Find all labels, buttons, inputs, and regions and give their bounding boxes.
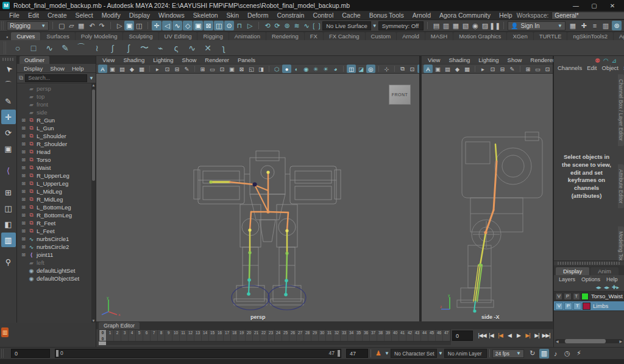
shelf-tab-ngskintools2[interactable]: ngSkinTools2	[567, 32, 613, 40]
time-tick-43[interactable]: 43	[414, 330, 421, 341]
expand-icon[interactable]: ⊞	[21, 117, 26, 123]
time-tick-26[interactable]: 26	[289, 330, 297, 341]
minimize-button[interactable]: —	[567, 0, 585, 11]
chevron-down-icon[interactable]: ▼	[372, 23, 377, 29]
layer-toggle-p[interactable]: P	[564, 293, 571, 300]
make-live-icon[interactable]: ⊠	[204, 21, 213, 30]
outliner-item-l-bottomleg[interactable]: ⊞⧉L_BottomLeg	[17, 203, 96, 211]
channel-settings-icon[interactable]: ⊿	[612, 57, 617, 64]
menu-deform[interactable]: Deform	[243, 12, 272, 19]
select-tool[interactable]: ➤	[0, 59, 18, 80]
side-menu-shading[interactable]: Shading	[445, 57, 473, 63]
time-tick-44[interactable]: 44	[421, 330, 428, 341]
expand-icon[interactable]: ⊞	[21, 173, 26, 178]
outliner-item-r-gun[interactable]: ⊞⧉R_Gun	[17, 116, 96, 124]
safe-action-icon[interactable]: ◱	[247, 65, 256, 73]
select-camera-icon[interactable]: A	[424, 65, 433, 73]
menu-windows[interactable]: Windows	[154, 12, 189, 19]
image-plane-front[interactable]: FRONT	[389, 85, 411, 105]
persp-menu-show[interactable]: Show	[179, 57, 200, 63]
outliner-menu-help[interactable]: Help	[69, 65, 87, 72]
light-editor-icon[interactable]: ▨	[480, 21, 490, 30]
occlusion-icon[interactable]: ☀	[321, 65, 330, 73]
wireframe-icon[interactable]: ⬡	[272, 65, 282, 73]
foot-controller-left[interactable]	[232, 285, 269, 310]
move-layer-up-icon[interactable]: ◂▸	[596, 284, 601, 290]
time-tick-4[interactable]: 4	[129, 330, 136, 341]
character-set-menu-icon[interactable]: ♟	[374, 349, 383, 359]
undo-icon[interactable]: ↶	[87, 21, 97, 30]
scroll-right-icon[interactable]: ▶	[619, 339, 622, 343]
pencil-curve-tool-icon[interactable]: ✎	[58, 41, 72, 55]
menu-help[interactable]: Help	[495, 12, 517, 19]
film-gate-icon[interactable]: ▭	[533, 65, 542, 73]
channel-box-menu-edit[interactable]: Edit	[584, 65, 599, 71]
nurbs-square-tool-icon[interactable]: □	[27, 41, 40, 55]
outliner-item-joint11[interactable]: ⊞⟨joint11	[17, 251, 96, 259]
shelf-tab-rendering[interactable]: Rendering	[266, 32, 304, 40]
grid-icon[interactable]: ⊞	[198, 65, 207, 73]
soft-select-icon[interactable]: ⊙	[224, 21, 234, 30]
outliner-item-r-bottomleg[interactable]: ⊞⧉R_BottomLeg	[17, 211, 96, 219]
time-tick-45[interactable]: 45	[428, 330, 436, 341]
time-tick-29[interactable]: 29	[311, 330, 319, 341]
side-menu-show[interactable]: Show	[504, 57, 526, 63]
deformer-history-icon[interactable]: ∿	[302, 21, 311, 30]
outliner-tab[interactable]: Outliner	[20, 56, 49, 64]
workspace-select[interactable]: General* ▼	[551, 12, 624, 19]
time-tick-37[interactable]: 37	[370, 330, 377, 341]
outliner-menu-display[interactable]: Display	[21, 65, 46, 72]
live-surface-field[interactable]: No Live Surface	[322, 21, 371, 30]
time-tick-38[interactable]: 38	[377, 330, 385, 341]
resolution-gate-icon[interactable]: ⊡	[543, 65, 552, 73]
layer-editor-scrollbar[interactable]: ◀ ▶	[555, 339, 623, 343]
expand-icon[interactable]: ⊞	[21, 133, 26, 139]
offset-curve-icon[interactable]: ς	[169, 41, 183, 55]
time-tick-18[interactable]: 18	[231, 330, 238, 341]
layer-toggle-t[interactable]: T	[573, 293, 580, 300]
viewport-side[interactable]: ViewShadingLightingShowRendererPanels A▣…	[422, 56, 553, 321]
chevron-down-icon[interactable]: ▼	[383, 351, 391, 356]
time-tick-19[interactable]: 19	[238, 330, 246, 341]
foot-controller-right[interactable]	[268, 285, 306, 310]
time-slider-panel-icon[interactable]: ▥	[1, 327, 9, 337]
lock-camera-icon[interactable]: ▣	[108, 65, 117, 73]
time-tick-35[interactable]: 35	[355, 330, 363, 341]
step-back-key-button[interactable]: |◀	[487, 329, 495, 341]
time-tick-25[interactable]: 25	[282, 330, 289, 341]
time-tick-34[interactable]: 34	[348, 330, 355, 341]
channel-box-menu-object[interactable]: Object	[600, 65, 621, 71]
outliner-menu-show[interactable]: Show	[47, 65, 68, 72]
time-tick-22[interactable]: 22	[260, 330, 268, 341]
ipr-render-icon[interactable]: ▦	[451, 21, 461, 30]
time-tick-3[interactable]: 3	[121, 330, 129, 341]
chevron-down-icon[interactable]: ▼	[437, 351, 444, 356]
time-tick-6[interactable]: 6	[143, 330, 151, 341]
lock-camera-icon[interactable]: ▣	[433, 65, 442, 73]
menu-skin[interactable]: Skin	[222, 12, 243, 19]
loop-playback-icon[interactable]: ↻	[528, 349, 537, 359]
range-slider-bar[interactable]: 0 47	[55, 349, 341, 358]
time-tick-39[interactable]: 39	[385, 330, 392, 341]
expand-icon[interactable]: ⊞	[21, 228, 26, 234]
image-plane-icon[interactable]: ▦	[137, 65, 146, 73]
symmetry-field[interactable]: Symmetry: Off	[378, 21, 424, 30]
layer-toggle-t[interactable]: T	[573, 303, 581, 310]
viewport-persp-canvas[interactable]: FRONT y x persp	[96, 74, 419, 321]
go-to-start-button[interactable]: |◀◀	[478, 329, 486, 341]
camera-icon[interactable]: ▸	[153, 65, 162, 73]
outliner-item-front[interactable]: ▰front	[17, 100, 96, 108]
snap-point-icon[interactable]: ∿	[172, 21, 182, 30]
image-plane-icon[interactable]: ▦	[463, 65, 472, 73]
attribute-editor-toggle-icon[interactable]: ▥	[601, 21, 611, 30]
select-camera-icon[interactable]: A	[98, 65, 107, 73]
shelf-tab-xgen[interactable]: XGen	[507, 32, 533, 40]
expand-icon[interactable]: ⊞	[21, 149, 26, 155]
time-tick-32[interactable]: 32	[333, 330, 341, 341]
open-scene-icon[interactable]: ▱	[66, 21, 76, 30]
menu-file[interactable]: File	[5, 12, 24, 19]
shelf-tab-mash[interactable]: MASH	[425, 32, 453, 40]
layer-editor-tab-anim[interactable]: Anim	[590, 267, 619, 275]
persp-menu-renderer[interactable]: Renderer	[201, 57, 233, 63]
time-tick-30[interactable]: 30	[319, 330, 326, 341]
